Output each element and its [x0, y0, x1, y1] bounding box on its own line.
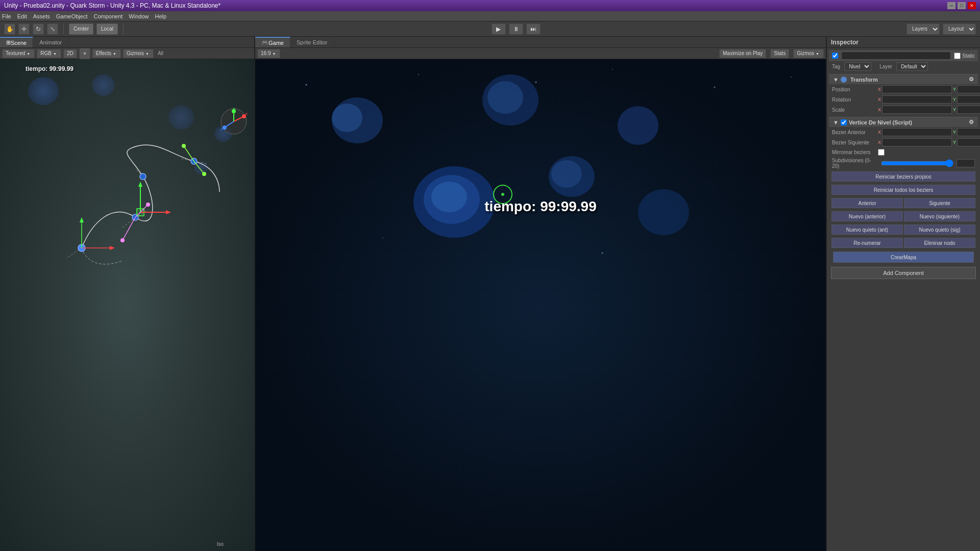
siguiente-btn[interactable]: Siguiente [904, 198, 975, 208]
menu-file[interactable]: File [2, 13, 11, 19]
scale-y-field[interactable]: 1 [957, 106, 980, 114]
layer-select[interactable]: Default [896, 62, 928, 71]
pos-y-field[interactable]: 17 [957, 85, 980, 93]
close-button[interactable]: ✕ [968, 2, 976, 9]
script-active-checkbox[interactable] [841, 119, 847, 126]
svg-marker-16 [110, 246, 115, 250]
rotation-label: Rotation [832, 97, 878, 103]
eliminar-nodo-btn[interactable]: Eliminar nodo [904, 238, 975, 248]
bezier-ant-y[interactable]: -10.13249 [957, 128, 980, 136]
scale-tool[interactable]: ⤡ [47, 23, 58, 35]
move-tool[interactable]: ✛ [18, 23, 30, 35]
svg-point-51 [306, 84, 307, 86]
window-title: Unity - Prueba02.unity - Quark Storm - U… [4, 2, 947, 9]
maximize-on-play-btn[interactable]: Maximize on Play [719, 49, 766, 58]
game-view[interactable]: tiempo: 99:99.99 [255, 59, 826, 551]
sun-icon[interactable]: ☀ [79, 48, 90, 59]
game-panel: 🎮 Game Sprite Editor 16:9 Maximize on Pl… [255, 37, 827, 551]
menu-assets[interactable]: Assets [33, 13, 50, 19]
crear-mapa-btn[interactable]: CrearMapa [833, 252, 974, 263]
tag-select[interactable]: Nivel [844, 62, 871, 71]
svg-point-24 [182, 144, 186, 148]
rot-x-field[interactable]: 0 [882, 95, 952, 104]
inspector-panel: Inspector Borde general - Nodo #002 Stat… [827, 37, 980, 551]
scale-fields: X1 Y1 Z1 [878, 106, 980, 114]
script-settings-icon[interactable]: ⚙ [969, 119, 974, 125]
subdiv-value[interactable]: 20 [957, 159, 975, 167]
rgb-dropdown[interactable]: RGB [37, 49, 61, 58]
svg-point-56 [791, 77, 792, 78]
svg-point-53 [535, 82, 537, 83]
btn-row-3: Anterior Siguiente [829, 196, 978, 210]
rot-y-field[interactable]: 0 [957, 95, 980, 104]
gizmos-dropdown[interactable]: Gizmos [123, 49, 154, 58]
script-title: Vertice De Nivel (Script) [849, 119, 912, 126]
tab-sprite-editor[interactable]: Sprite Editor [290, 37, 334, 47]
object-active-checkbox[interactable] [832, 53, 838, 59]
play-button[interactable]: ▶ [492, 23, 506, 35]
scene-panel: ⊞ Scene Animator Textured RGB 2D ☀ Effec… [0, 37, 255, 551]
scene-view[interactable]: tiempo: 99:99.99 X Y Z [0, 59, 254, 551]
aspect-ratio-dropdown[interactable]: 16:9 [257, 49, 280, 58]
reiniciar-propios-btn[interactable]: Reiniciar beziers propios [831, 171, 975, 182]
effects-dropdown[interactable]: Effects [92, 49, 121, 58]
subdiv-slider[interactable] [881, 159, 953, 167]
add-component-btn[interactable]: Add Component [831, 267, 976, 279]
2d-button[interactable]: 2D [63, 49, 77, 58]
object-name-field[interactable]: Borde general - Nodo #002 [841, 52, 951, 60]
menu-window[interactable]: Window [129, 13, 149, 19]
menu-component[interactable]: Component [93, 13, 122, 19]
position-label: Position [832, 87, 878, 92]
menu-bar: File Edit Assets GameObject Component Wi… [0, 11, 980, 21]
btn-row-crear: CrearMapa [829, 249, 978, 265]
hand-tool[interactable]: ✋ [4, 23, 15, 35]
tab-scene[interactable]: ⊞ Scene [0, 37, 33, 47]
pause-button[interactable]: ⏸ [509, 23, 523, 35]
reiniciar-todos-btn[interactable]: Reiniciar todos los beziers [831, 185, 975, 195]
mirror-checkbox[interactable] [878, 149, 885, 156]
svg-line-19 [122, 217, 135, 240]
local-button[interactable]: Local [96, 23, 118, 35]
inspector-header: Inspector [827, 37, 980, 48]
textured-dropdown[interactable]: Textured [2, 49, 35, 58]
nuevo-quieto-sig-btn[interactable]: Nuevo quieto (sig) [904, 224, 975, 235]
nuevo-siguiente-btn[interactable]: Nuevo (siguiente) [904, 211, 975, 221]
step-button[interactable]: ⏭ [526, 23, 541, 35]
svg-point-34 [242, 114, 246, 118]
bezier-ant-label: Bezier Anterior [832, 130, 878, 135]
separator-2 [123, 24, 124, 34]
minimize-button[interactable]: ─ [947, 2, 955, 9]
nuevo-anterior-btn[interactable]: Nuevo (anterior) [831, 211, 903, 221]
menu-edit[interactable]: Edit [17, 13, 27, 19]
scene-tab-bar: ⊞ Scene Animator [0, 37, 254, 48]
main-area: ⊞ Scene Animator Textured RGB 2D ☀ Effec… [0, 37, 980, 551]
btn-row-2: Reiniciar todos los beziers [829, 183, 978, 196]
position-fields: X42 Y17 Z0 [878, 85, 980, 93]
layout-dropdown[interactable]: Layout [943, 23, 976, 35]
tag-layer-row: Tag Nivel Layer Default [829, 61, 978, 72]
scene-toolbar: Textured RGB 2D ☀ Effects Gizmos All [0, 48, 254, 59]
tab-animator[interactable]: Animator [33, 37, 68, 47]
scale-x-field[interactable]: 1 [882, 106, 952, 114]
bezier-ant-x[interactable]: -8.241257 [882, 128, 952, 136]
menu-gameobject[interactable]: GameObject [56, 13, 88, 19]
game-gizmos-dropdown[interactable]: Gizmos [793, 49, 824, 58]
3d-gizmo[interactable]: X Y Z [218, 106, 249, 137]
center-button[interactable]: Center [69, 23, 93, 35]
bezier-sig-y[interactable]: 13.40843 [957, 138, 980, 146]
btn-row-6: Re-numerar Eliminar nodo [829, 236, 978, 249]
transform-settings-icon[interactable]: ⚙ [969, 76, 974, 83]
nuevo-quieto-ant-btn[interactable]: Nuevo quieto (ant) [831, 224, 903, 235]
bezier-sig-x[interactable]: 9.363358 [882, 138, 952, 146]
stats-btn[interactable]: Stats [770, 49, 789, 58]
menu-help[interactable]: Help [155, 13, 166, 19]
layer-label: Layer [879, 64, 892, 69]
static-checkbox[interactable] [954, 53, 961, 59]
rotate-tool[interactable]: ↻ [33, 23, 44, 35]
anterior-btn[interactable]: Anterior [831, 198, 903, 208]
renumerar-btn[interactable]: Re-numerar [831, 238, 903, 248]
tab-game[interactable]: 🎮 Game [255, 37, 290, 47]
maximize-button[interactable]: □ [958, 2, 966, 9]
pos-x-field[interactable]: 42 [882, 85, 952, 93]
layers-dropdown[interactable]: Layers [906, 23, 940, 35]
